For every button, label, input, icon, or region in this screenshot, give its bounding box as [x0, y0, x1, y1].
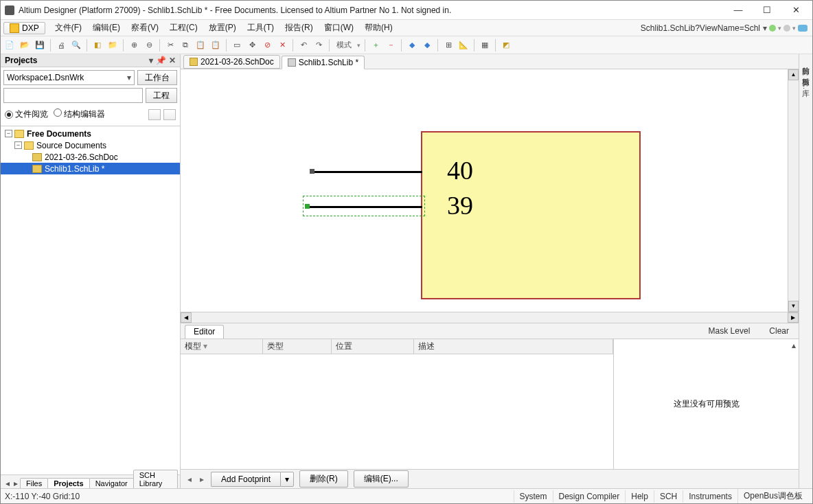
- model-grid[interactable]: 模型 ▾ 类型 位置 描述: [181, 339, 613, 469]
- preview-icon[interactable]: 🔍: [70, 39, 82, 51]
- next-part-icon[interactable]: ◆: [421, 39, 433, 51]
- delete-button[interactable]: 删除(R): [299, 470, 348, 488]
- menu-edit[interactable]: 编辑(E): [87, 21, 126, 35]
- new-icon[interactable]: 📄: [3, 39, 16, 51]
- copy-icon[interactable]: ⧉: [179, 39, 192, 51]
- doctab-schdoc[interactable]: 2021-03-26.SchDoc: [183, 55, 280, 69]
- panel-pin-icon[interactable]: 📌: [156, 56, 166, 65]
- close-button[interactable]: ✕: [788, 5, 804, 15]
- schematic-canvas[interactable]: 40 39: [181, 69, 788, 312]
- pin-39-line[interactable]: [310, 206, 422, 208]
- menu-place[interactable]: 放置(P): [203, 21, 242, 35]
- select-icon[interactable]: ▭: [231, 39, 243, 51]
- col-location[interactable]: 位置: [332, 339, 414, 354]
- row-left-arrow-icon[interactable]: ◂: [186, 474, 193, 484]
- deselect-icon[interactable]: ⊘: [261, 39, 273, 51]
- editor-tab[interactable]: Editor: [185, 325, 224, 339]
- tab-projects[interactable]: Projects: [47, 478, 89, 488]
- col-description[interactable]: 描述: [414, 339, 613, 354]
- tabs-left-arrow-icon[interactable]: ◂: [3, 479, 12, 488]
- clear-icon[interactable]: ✕: [276, 39, 288, 51]
- nav-back-icon[interactable]: [769, 25, 776, 32]
- maximize-button[interactable]: ☐: [759, 5, 775, 15]
- tree-doc-schdoc[interactable]: 2021-03-26.SchDoc: [1, 151, 180, 163]
- col-model[interactable]: 模型 ▾: [181, 339, 263, 354]
- workspace-select[interactable]: Workspace1.DsnWrk ▾: [3, 70, 135, 85]
- collapse-icon[interactable]: −: [14, 141, 22, 149]
- dock-tab-3[interactable]: 库...: [801, 80, 811, 92]
- tab-navigator[interactable]: Navigator: [89, 478, 134, 488]
- status-sch[interactable]: SCH: [654, 490, 683, 503]
- place-part-icon[interactable]: ◩: [500, 39, 512, 51]
- tabs-right-arrow-icon[interactable]: ▸: [12, 479, 20, 488]
- pin-endpoint-icon[interactable]: [310, 169, 314, 174]
- edit-button[interactable]: 编辑(E)...: [354, 470, 409, 488]
- layers-icon[interactable]: ◧: [91, 39, 104, 51]
- move-icon[interactable]: ✥: [246, 39, 258, 51]
- scroll-down-icon[interactable]: ▼: [788, 301, 799, 312]
- pin-40-line[interactable]: [314, 171, 422, 173]
- scroll-right-icon[interactable]: ▶: [788, 312, 799, 323]
- radio-file-view[interactable]: 文件阅览: [5, 108, 48, 120]
- panel-menu-icon[interactable]: ▾: [149, 56, 153, 65]
- paste-icon[interactable]: 📋: [194, 39, 207, 51]
- menu-view[interactable]: 察看(V): [126, 21, 164, 35]
- menu-window[interactable]: 窗口(W): [319, 21, 359, 35]
- doctab-schlib[interactable]: Schlib1.SchLib *: [282, 56, 365, 69]
- tab-sch-library[interactable]: SCH Library: [133, 470, 178, 488]
- tree-doc-schlib[interactable]: Schlib1.SchLib *: [1, 163, 180, 174]
- panel-tool2-icon[interactable]: [163, 109, 176, 120]
- status-design-compiler[interactable]: Design Compiler: [553, 490, 626, 503]
- status-openbus[interactable]: OpenBus调色板: [737, 489, 808, 503]
- paste-special-icon[interactable]: 📋: [209, 39, 222, 51]
- project-input[interactable]: [3, 88, 143, 103]
- tool2-icon[interactable]: 📐: [457, 39, 470, 51]
- open-icon[interactable]: 📂: [19, 39, 31, 51]
- tool1-icon[interactable]: ⊞: [442, 39, 455, 51]
- workbench-button[interactable]: 工作台: [137, 70, 177, 85]
- horizontal-scrollbar[interactable]: ◀ ▶: [181, 312, 799, 323]
- collapse-icon[interactable]: −: [5, 130, 12, 137]
- preview-collapse-icon[interactable]: ▴: [792, 341, 796, 350]
- dock-tab-2[interactable]: 剪贴板: [801, 69, 811, 75]
- minimize-button[interactable]: —: [730, 5, 746, 15]
- menu-project[interactable]: 工程(C): [164, 21, 203, 35]
- breadcrumb-dropdown-icon[interactable]: ▾: [763, 23, 767, 33]
- cut-icon[interactable]: ✂: [164, 39, 176, 51]
- panel-tool1-icon[interactable]: [148, 109, 161, 120]
- add-footprint-button[interactable]: Add Footprint: [211, 472, 280, 487]
- minus-icon[interactable]: －: [385, 39, 397, 51]
- mask-level-button[interactable]: Mask Level: [702, 325, 757, 337]
- scroll-left-icon[interactable]: ◀: [181, 312, 192, 323]
- tree-root[interactable]: − Free Documents: [1, 128, 180, 139]
- project-button[interactable]: 工程: [146, 88, 177, 103]
- clear-button[interactable]: Clear: [762, 325, 796, 337]
- panel-close-icon[interactable]: ✕: [169, 56, 176, 65]
- undo-icon[interactable]: ↶: [297, 39, 310, 51]
- pin-endpoint-icon[interactable]: [305, 204, 310, 209]
- zoom-in-icon[interactable]: ⊕: [128, 39, 140, 51]
- home-icon[interactable]: [798, 25, 808, 32]
- grid-icon[interactable]: ▦: [479, 39, 491, 51]
- grid-body[interactable]: [181, 354, 613, 469]
- open-project-icon[interactable]: 📁: [106, 39, 119, 51]
- row-right-arrow-icon[interactable]: ▸: [198, 474, 205, 484]
- prev-part-icon[interactable]: ◆: [406, 39, 418, 51]
- menu-file[interactable]: 文件(F): [49, 21, 87, 35]
- status-system[interactable]: System: [514, 490, 553, 503]
- add-footprint-dropdown[interactable]: ▾: [280, 472, 294, 487]
- zoom-out-icon[interactable]: ⊖: [143, 39, 155, 51]
- tab-files[interactable]: Files: [20, 478, 48, 488]
- save-icon[interactable]: 💾: [34, 39, 46, 51]
- col-type[interactable]: 类型: [263, 339, 332, 354]
- print-icon[interactable]: 🖨: [55, 39, 67, 51]
- status-instruments[interactable]: Instruments: [683, 490, 737, 503]
- status-help[interactable]: Help: [625, 490, 654, 503]
- menu-help[interactable]: 帮助(H): [359, 21, 398, 35]
- mode-label[interactable]: 模式: [334, 39, 354, 51]
- project-tree[interactable]: − Free Documents − Source Documents 2021…: [1, 126, 180, 474]
- vertical-scrollbar[interactable]: ▲ ▼: [788, 69, 799, 312]
- scroll-up-icon[interactable]: ▲: [788, 69, 799, 80]
- tree-source-docs[interactable]: − Source Documents: [1, 139, 180, 151]
- nav-fwd-icon[interactable]: [783, 25, 790, 32]
